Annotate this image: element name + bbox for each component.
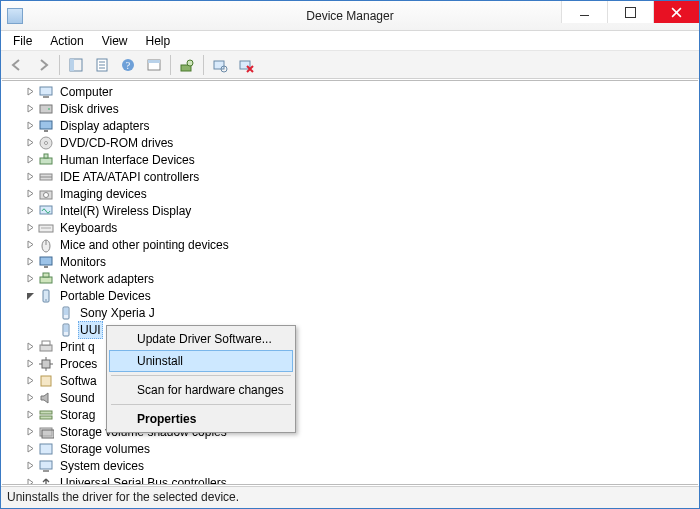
svg-rect-58 bbox=[43, 470, 49, 472]
tree-item-label: Display adapters bbox=[58, 118, 151, 134]
expand-icon[interactable] bbox=[24, 426, 36, 438]
category-icon bbox=[38, 271, 54, 287]
menu-view[interactable]: View bbox=[94, 32, 136, 50]
expand-icon[interactable] bbox=[24, 239, 36, 251]
context-menu: Update Driver Software... Uninstall Scan… bbox=[106, 325, 296, 433]
ctx-properties[interactable]: Properties bbox=[109, 408, 293, 430]
expand-icon[interactable] bbox=[24, 477, 36, 485]
tree-item-label: Portable Devices bbox=[58, 288, 153, 304]
svg-rect-20 bbox=[44, 130, 48, 132]
forward-button[interactable] bbox=[31, 53, 55, 77]
device-icon bbox=[58, 305, 74, 321]
tree-item[interactable]: Imaging devices bbox=[4, 185, 698, 202]
svg-rect-23 bbox=[40, 158, 52, 164]
expand-icon[interactable] bbox=[24, 171, 36, 183]
tree-item-label: Softwa bbox=[58, 373, 99, 389]
svg-rect-17 bbox=[40, 105, 52, 113]
tree-item-label: Mice and other pointing devices bbox=[58, 237, 231, 253]
expand-icon[interactable] bbox=[24, 205, 36, 217]
tree-item[interactable]: Computer bbox=[4, 83, 698, 100]
svg-text:?: ? bbox=[126, 60, 131, 71]
svg-point-11 bbox=[187, 60, 193, 66]
tree-item[interactable]: System devices bbox=[4, 457, 698, 474]
help-button[interactable]: ? bbox=[116, 53, 140, 77]
update-driver-button[interactable] bbox=[175, 53, 199, 77]
minimize-button[interactable] bbox=[561, 1, 607, 23]
tree-item[interactable]: Human Interface Devices bbox=[4, 151, 698, 168]
ctx-scan-hardware[interactable]: Scan for hardware changes bbox=[109, 379, 293, 401]
close-button[interactable] bbox=[653, 1, 699, 23]
expand-icon[interactable] bbox=[24, 341, 36, 353]
tree-item[interactable]: Disk drives bbox=[4, 100, 698, 117]
category-icon bbox=[38, 339, 54, 355]
tree-item-label: IDE ATA/ATAPI controllers bbox=[58, 169, 201, 185]
svg-rect-53 bbox=[40, 416, 52, 419]
expand-icon[interactable] bbox=[24, 409, 36, 421]
svg-point-18 bbox=[48, 108, 50, 110]
expand-icon[interactable] bbox=[24, 392, 36, 404]
tree-item[interactable]: Universal Serial Bus controllers bbox=[4, 474, 698, 484]
expand-icon[interactable] bbox=[24, 460, 36, 472]
back-button[interactable] bbox=[5, 53, 29, 77]
expand-icon[interactable] bbox=[24, 375, 36, 387]
category-icon bbox=[38, 475, 54, 485]
expand-icon[interactable] bbox=[24, 222, 36, 234]
tree-item[interactable]: Intel(R) Wireless Display bbox=[4, 202, 698, 219]
tree-item[interactable]: Display adapters bbox=[4, 117, 698, 134]
svg-rect-34 bbox=[40, 257, 52, 265]
tree-item[interactable]: Sony Xperia J bbox=[4, 304, 698, 321]
menu-file[interactable]: File bbox=[5, 32, 40, 50]
svg-rect-9 bbox=[148, 60, 160, 63]
tree-item[interactable]: IDE ATA/ATAPI controllers bbox=[4, 168, 698, 185]
svg-rect-41 bbox=[64, 308, 68, 315]
tree-item-label: Imaging devices bbox=[58, 186, 149, 202]
tree-item-label: Sound bbox=[58, 390, 97, 406]
expand-icon[interactable] bbox=[24, 120, 36, 132]
tree-item[interactable]: Network adapters bbox=[4, 270, 698, 287]
category-icon bbox=[38, 135, 54, 151]
svg-point-22 bbox=[45, 141, 48, 144]
category-icon bbox=[38, 254, 54, 270]
svg-rect-57 bbox=[40, 461, 52, 469]
properties-button[interactable] bbox=[90, 53, 114, 77]
expand-icon[interactable] bbox=[24, 188, 36, 200]
menu-action[interactable]: Action bbox=[42, 32, 91, 50]
expand-icon[interactable] bbox=[24, 86, 36, 98]
tree-container: ComputerDisk drivesDisplay adaptersDVD/C… bbox=[2, 80, 698, 485]
expand-icon[interactable] bbox=[24, 358, 36, 370]
maximize-button[interactable] bbox=[607, 1, 653, 23]
svg-rect-51 bbox=[41, 376, 51, 386]
action-button[interactable] bbox=[142, 53, 166, 77]
scan-hardware-button[interactable] bbox=[208, 53, 232, 77]
tree-item[interactable]: Portable Devices bbox=[4, 287, 698, 304]
tree-item-label: System devices bbox=[58, 458, 146, 474]
expand-icon[interactable] bbox=[24, 103, 36, 115]
titlebar: Device Manager bbox=[1, 1, 699, 31]
tree-item[interactable]: DVD/CD-ROM drives bbox=[4, 134, 698, 151]
expand-icon[interactable] bbox=[24, 443, 36, 455]
tree-item[interactable]: Keyboards bbox=[4, 219, 698, 236]
ctx-update-driver[interactable]: Update Driver Software... bbox=[109, 328, 293, 350]
tree-item-label: Universal Serial Bus controllers bbox=[58, 475, 229, 485]
tree-item-label: Proces bbox=[58, 356, 99, 372]
tree-item[interactable]: Storage volumes bbox=[4, 440, 698, 457]
expand-icon[interactable] bbox=[24, 154, 36, 166]
tree-item-label: Storag bbox=[58, 407, 97, 423]
expand-icon[interactable] bbox=[24, 256, 36, 268]
category-icon bbox=[38, 441, 54, 457]
category-icon bbox=[38, 169, 54, 185]
show-hide-console-tree-button[interactable] bbox=[64, 53, 88, 77]
tree-item-label: Network adapters bbox=[58, 271, 156, 287]
ctx-uninstall[interactable]: Uninstall bbox=[109, 350, 293, 372]
uninstall-button[interactable] bbox=[234, 53, 258, 77]
collapse-icon[interactable] bbox=[24, 290, 36, 302]
tree-item[interactable]: Mice and other pointing devices bbox=[4, 236, 698, 253]
menu-help[interactable]: Help bbox=[138, 32, 179, 50]
category-icon bbox=[38, 152, 54, 168]
tree-item[interactable]: Monitors bbox=[4, 253, 698, 270]
svg-rect-15 bbox=[40, 87, 52, 95]
category-icon bbox=[38, 407, 54, 423]
category-icon bbox=[38, 220, 54, 236]
expand-icon[interactable] bbox=[24, 137, 36, 149]
expand-icon[interactable] bbox=[24, 273, 36, 285]
